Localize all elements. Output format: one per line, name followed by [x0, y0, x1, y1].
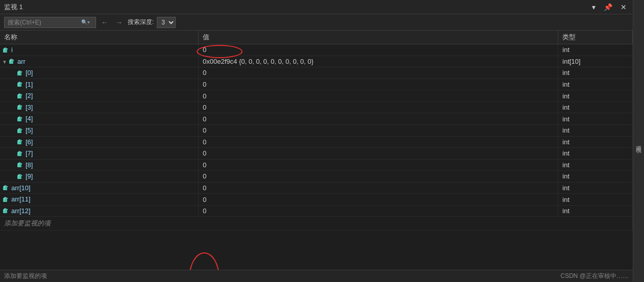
table-row[interactable]: i0int [0, 44, 633, 56]
add-watch-label[interactable]: 添加要监视的项 [4, 272, 47, 280]
name-cell: [0] [0, 67, 199, 79]
type-cell: int [558, 194, 633, 206]
forward-button[interactable]: → [113, 17, 125, 28]
name-cell: arr[10] [0, 182, 199, 194]
toolbar: 🔍▾ ← → 搜索深度: 3 1 2 4 5 [0, 14, 633, 31]
dropdown-icon[interactable]: ▾ [590, 2, 598, 12]
depth-label: 搜索深度: [128, 18, 154, 27]
watch-table: 名称 值 类型 i0int▼ arr0x00e2f9c4 {0, 0, 0, 0… [0, 31, 633, 230]
name-cell: arr[12] [0, 205, 199, 217]
name-cell: ▼ arr [0, 56, 199, 67]
value-cell: 0 [199, 67, 558, 79]
pin-icon[interactable]: 📌 [602, 2, 614, 12]
name-cell: [5] [0, 124, 199, 136]
table-row[interactable]: [2]0int [0, 90, 633, 102]
table-row[interactable]: arr[11]0int [0, 194, 633, 206]
close-icon[interactable]: ✕ [618, 2, 629, 12]
value-cell: 0 [199, 113, 558, 125]
type-cell: int [558, 205, 633, 217]
value-cell: 0 [199, 205, 558, 217]
add-watch-row[interactable]: 添加要监视的项 [0, 217, 633, 230]
type-cell: int [558, 44, 633, 56]
type-cell: int [558, 148, 633, 160]
table-row[interactable]: [9]0int [0, 171, 633, 183]
table-row[interactable]: [0]0int [0, 67, 633, 79]
value-cell: 0 [199, 44, 558, 56]
type-cell: int [558, 182, 633, 194]
name-cell: i [0, 44, 199, 56]
table-row[interactable]: arr[10]0int [0, 182, 633, 194]
table-row[interactable]: [5]0int [0, 124, 633, 136]
type-cell: int [558, 79, 633, 90]
value-cell: 0 [199, 79, 558, 90]
value-cell: 0 [199, 101, 558, 113]
name-cell: [3] [0, 101, 199, 113]
table-header-row: 名称 值 类型 [0, 31, 633, 44]
name-cell: [8] [0, 159, 199, 171]
name-cell: arr[11] [0, 194, 199, 206]
table-row[interactable]: ▼ arr0x00e2f9c4 {0, 0, 0, 0, 0, 0, 0, 0,… [0, 56, 633, 67]
type-cell: int [558, 101, 633, 113]
type-cell: int [558, 171, 633, 183]
search-input[interactable] [8, 19, 79, 26]
name-cell: [9] [0, 171, 199, 183]
table-row[interactable]: [6]0int [0, 136, 633, 148]
right-sidebar: 调用堆栈 监视1 Git更改 [633, 0, 644, 282]
type-cell: int [558, 159, 633, 171]
value-cell: 0 [199, 136, 558, 148]
type-cell: int [558, 67, 633, 79]
csdn-status: CSDN @正在审核中…… [560, 272, 629, 280]
search-box[interactable]: 🔍▾ [4, 17, 96, 28]
col-header-name: 名称 [0, 31, 199, 44]
col-header-type: 类型 [558, 31, 633, 44]
col-header-value: 值 [199, 31, 558, 44]
type-cell: int [558, 136, 633, 148]
table-row[interactable]: [7]0int [0, 148, 633, 160]
type-cell: int [558, 124, 633, 136]
name-cell: [2] [0, 90, 199, 102]
table-row[interactable]: arr[12]0int [0, 205, 633, 217]
type-cell: int[10] [558, 56, 633, 67]
value-cell: 0 [199, 124, 558, 136]
value-cell: 0 [199, 159, 558, 171]
value-cell: 0 [199, 182, 558, 194]
table-row[interactable]: [1]0int [0, 79, 633, 90]
value-cell: 0 [199, 171, 558, 183]
name-cell: [1] [0, 79, 199, 90]
value-cell: 0 [199, 90, 558, 102]
title-bar: 监视 1 ▾ 📌 ✕ [0, 0, 633, 14]
status-bar: 添加要监视的项 CSDN @正在审核中…… [0, 270, 633, 282]
type-cell: int [558, 90, 633, 102]
depth-select[interactable]: 3 1 2 4 5 [157, 17, 176, 28]
table-row[interactable]: [3]0int [0, 101, 633, 113]
back-button[interactable]: ← [99, 17, 110, 28]
sidebar-tab-1[interactable]: 调用堆栈 [633, 137, 644, 147]
name-cell: [6] [0, 136, 199, 148]
type-cell: int [558, 113, 633, 125]
value-cell: 0 [199, 194, 558, 206]
annotation-circle-values [189, 252, 220, 270]
value-cell: 0x00e2f9c4 {0, 0, 0, 0, 0, 0, 0, 0, 0, 0… [199, 56, 558, 67]
window-title: 监视 1 [4, 3, 23, 12]
table-row[interactable]: [8]0int [0, 159, 633, 171]
table-row[interactable]: [4]0int [0, 113, 633, 125]
watch-table-container[interactable]: 名称 值 类型 i0int▼ arr0x00e2f9c4 {0, 0, 0, 0… [0, 31, 633, 270]
name-cell: [4] [0, 113, 199, 125]
name-cell: [7] [0, 148, 199, 160]
value-cell: 0 [199, 148, 558, 160]
search-dropdown-icon[interactable]: 🔍▾ [81, 19, 90, 25]
